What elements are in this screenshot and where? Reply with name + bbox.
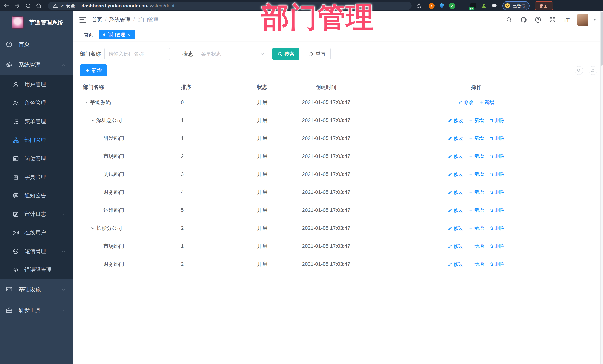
- edit-icon: [448, 226, 452, 230]
- search-button[interactable]: 搜索: [272, 48, 300, 60]
- sidebar-item-system[interactable]: 系统管理: [0, 55, 73, 75]
- help-icon[interactable]: [535, 16, 541, 23]
- row-action-edit-link[interactable]: 修改: [448, 135, 463, 142]
- row-action-edit-link[interactable]: 修改: [448, 225, 463, 232]
- row-action-add-link[interactable]: 新增: [469, 135, 484, 142]
- sidebar-item-online-user[interactable]: 在线用户: [0, 223, 73, 242]
- action-label: 新增: [474, 261, 484, 267]
- browser-back-icon[interactable]: [3, 3, 10, 9]
- row-action-delete-link[interactable]: 删除: [489, 153, 505, 160]
- sidebar-item-post-mgmt[interactable]: 岗位管理: [0, 149, 73, 168]
- row-action-edit-link[interactable]: 修改: [448, 117, 463, 124]
- chevron-down-icon: [61, 308, 66, 313]
- browser-forward-icon[interactable]: [14, 3, 20, 9]
- extension-icon-green-check[interactable]: ✓: [449, 3, 455, 9]
- delete-icon: [489, 244, 494, 248]
- header-search-icon[interactable]: [506, 16, 512, 23]
- address-bar[interactable]: 不安全 dashboard.yudao.iocoder.cn/system/de…: [48, 2, 412, 10]
- sidebar-item-audit-log[interactable]: 审计日志: [0, 205, 73, 223]
- row-action-delete-link[interactable]: 删除: [489, 243, 505, 249]
- sidebar-item-dev-tools[interactable]: 研发工具: [0, 300, 73, 321]
- row-action-add-link[interactable]: 新增: [469, 207, 484, 213]
- row-action-add-link[interactable]: 新增: [469, 171, 484, 177]
- cell-dept-name: 财务部门: [80, 189, 178, 196]
- sidebar-item-sms-mgmt[interactable]: 短信管理: [0, 242, 73, 261]
- row-action-delete-link[interactable]: 删除: [489, 171, 505, 177]
- row-action-edit-link[interactable]: 修改: [448, 153, 463, 160]
- hamburger-icon[interactable]: [79, 17, 86, 22]
- tree-expand-icon[interactable]: [84, 100, 89, 104]
- row-action-delete-link[interactable]: 删除: [489, 117, 505, 124]
- row-action-delete-link[interactable]: 删除: [489, 207, 505, 213]
- log-icon: [13, 211, 19, 217]
- user-avatar[interactable]: [577, 13, 588, 26]
- browser-home-icon[interactable]: [36, 3, 42, 9]
- row-action-edit-link[interactable]: 修改: [448, 171, 463, 177]
- browser-reload-icon[interactable]: [25, 3, 31, 9]
- fullscreen-icon[interactable]: [549, 16, 556, 23]
- extension-icon-gem[interactable]: [439, 3, 444, 9]
- table-row: 研发部门1开启2021-01-05 17:03:47修改新增删除: [80, 129, 597, 147]
- sidebar-item-role-mgmt[interactable]: 角色管理: [0, 94, 73, 112]
- sidebar-item-user-mgmt[interactable]: 用户管理: [0, 75, 73, 94]
- sidebar-item-error-code[interactable]: 错误码管理: [0, 261, 73, 279]
- breadcrumb-item[interactable]: 首页: [92, 16, 103, 23]
- filter-form: 部门名称 状态 菜单状态 搜索 重置: [80, 48, 597, 60]
- avatar-caret-down-icon[interactable]: [593, 18, 597, 22]
- extension-icon-person[interactable]: [481, 3, 487, 9]
- extension-icon-grid[interactable]: [460, 3, 465, 8]
- tab-active-item[interactable]: 部门管理: [99, 30, 135, 39]
- scrollbar-thumb[interactable]: [601, 12, 603, 66]
- row-action-delete-link[interactable]: 删除: [489, 189, 505, 196]
- row-action-delete-link[interactable]: 删除: [489, 261, 505, 267]
- reset-button[interactable]: 重置: [304, 48, 331, 60]
- row-action-add-link[interactable]: 新增: [469, 261, 484, 267]
- browser-profile-chip[interactable]: 已暂停: [502, 1, 530, 10]
- action-label: 删除: [495, 153, 505, 160]
- extension-icon-switch[interactable]: on: [470, 3, 476, 8]
- refresh-table-button[interactable]: [589, 66, 597, 75]
- close-icon[interactable]: [127, 33, 131, 36]
- status-select[interactable]: 菜单状态: [197, 48, 268, 60]
- cell-sort: 2: [178, 153, 254, 159]
- row-action-add-link[interactable]: 新增: [469, 153, 484, 160]
- extensions-puzzle-icon[interactable]: [491, 3, 497, 9]
- row-action-edit-link[interactable]: 修改: [448, 243, 463, 249]
- extension-icon-orange[interactable]: [429, 3, 435, 9]
- sidebar-item-notice[interactable]: 通知公告: [0, 187, 73, 205]
- cell-actions: 修改新增删除: [355, 117, 597, 124]
- row-action-edit-link[interactable]: 修改: [448, 189, 463, 196]
- sidebar-item-menu-mgmt[interactable]: 菜单管理: [0, 112, 73, 131]
- row-action-edit-link[interactable]: 修改: [458, 99, 474, 106]
- row-action-add-link[interactable]: 新增: [469, 243, 484, 249]
- chevron-up-icon: [61, 62, 66, 67]
- row-action-delete-link[interactable]: 删除: [489, 225, 505, 232]
- row-action-add-link[interactable]: 新增: [469, 117, 484, 124]
- row-action-edit-link[interactable]: 修改: [448, 207, 463, 213]
- row-action-edit-link[interactable]: 修改: [448, 261, 463, 267]
- toggle-search-button[interactable]: [575, 66, 583, 75]
- app-logo-area[interactable]: 芋道管理系统: [0, 11, 73, 34]
- sidebar-item-home[interactable]: 首页: [0, 34, 73, 55]
- sidebar-item-dept-mgmt[interactable]: 部门管理: [0, 131, 73, 149]
- row-action-delete-link[interactable]: 删除: [489, 135, 505, 142]
- extension-on-badge: on: [469, 7, 474, 10]
- tree-expand-icon[interactable]: [91, 226, 95, 230]
- tab-item[interactable]: 首页: [80, 30, 97, 39]
- browser-menu-kebab-icon[interactable]: ⋮: [555, 3, 561, 9]
- page-scrollbar[interactable]: [600, 11, 603, 364]
- add-dept-button[interactable]: 新增: [80, 65, 107, 76]
- breadcrumb-item[interactable]: 系统管理: [109, 16, 131, 23]
- profile-emoji-avatar: [504, 3, 510, 9]
- github-icon[interactable]: [520, 16, 527, 23]
- sidebar-item-dict-mgmt[interactable]: 字典管理: [0, 168, 73, 187]
- row-action-add-link[interactable]: 新增: [469, 225, 484, 232]
- browser-update-button[interactable]: 更新: [535, 1, 553, 10]
- bookmark-star-icon[interactable]: [416, 3, 422, 9]
- dept-name-input[interactable]: [104, 48, 170, 60]
- tree-expand-icon[interactable]: [91, 118, 95, 122]
- row-action-add-link[interactable]: 新增: [479, 99, 494, 106]
- row-action-add-link[interactable]: 新增: [469, 189, 484, 196]
- font-size-icon[interactable]: TT: [564, 17, 570, 23]
- sidebar-item-infra[interactable]: 基础设施: [0, 279, 73, 300]
